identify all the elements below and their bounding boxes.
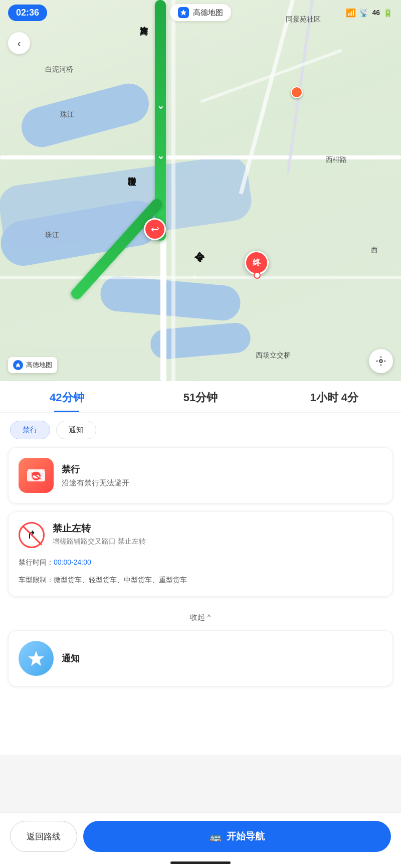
detail-subtitle: 增槎路辅路交叉路口 禁止左转 <box>53 537 146 546</box>
location-button[interactable] <box>369 349 393 373</box>
collapse-button[interactable]: 收起 ^ <box>0 605 401 630</box>
battery-text: 46 <box>372 9 380 17</box>
map-area[interactable]: ⌄ ⌄ ⌄ ↩ 终 白泥河桥 珠江 珠江 同景苑社区 西场立交桥 西棑路 西 许… <box>0 0 401 381</box>
end-marker: 终 <box>245 251 269 275</box>
notification-preview: 通知 <box>8 630 393 686</box>
alert-subtitle: 沿途有禁行无法避开 <box>62 478 129 488</box>
notif-label: 通知 <box>62 652 80 664</box>
bottom-panel: 42分钟 51分钟 1小时 4分 禁行 通知 禁行 沿途有禁行无法避开 <box>0 381 401 755</box>
no-left-turn-icon: ↰ <box>19 522 45 548</box>
alert-card: 禁行 沿途有禁行无法避开 <box>8 447 393 503</box>
svg-point-6 <box>33 477 35 479</box>
map-label-baihe: 白泥河桥 <box>45 65 73 74</box>
action-bar: 返回路线 🚌 开始导航 <box>0 812 401 868</box>
map-label-xi: 西 <box>371 246 378 255</box>
map-logo-bottom: 高德地图 <box>8 357 57 373</box>
start-navigate-button[interactable]: 🚌 开始导航 <box>83 821 391 852</box>
map-label-zhujiang2: 珠江 <box>45 231 59 240</box>
back-button[interactable]: ‹ <box>8 32 30 54</box>
svg-rect-5 <box>28 469 45 472</box>
detail-header: ↰ 禁止左转 增槎路辅路交叉路口 禁止左转 <box>19 522 382 548</box>
battery-icon: 🔋 <box>383 8 393 18</box>
turn-sign: ↩ <box>144 218 166 240</box>
status-time: 02:36 <box>8 5 47 21</box>
detail-card: ↰ 禁止左转 增槎路辅路交叉路口 禁止左转 禁行时间：00:00-24:00 车… <box>8 511 393 597</box>
gaode-logo <box>178 7 189 18</box>
time-tab-0[interactable]: 42分钟 <box>0 381 134 412</box>
end-dot <box>254 272 261 279</box>
route-arrow-2: ⌄ <box>155 150 166 161</box>
svg-marker-1 <box>16 363 21 368</box>
time-tab-1[interactable]: 51分钟 <box>134 381 268 412</box>
svg-point-2 <box>379 360 382 363</box>
road-vertical-2 <box>171 0 175 381</box>
alert-title: 禁行 <box>62 463 129 475</box>
filter-tabs: 禁行 通知 <box>0 413 401 447</box>
vehicle-label: 车型限制：微型货车、轻型货车、中型货车、重型货车 <box>19 576 187 584</box>
signal-icon: 📶 <box>346 8 356 18</box>
navigate-icon: 🚌 <box>210 831 222 842</box>
notif-icon-box <box>19 641 54 676</box>
route-arrow-1: ⌄ <box>155 100 166 111</box>
map-logo-text: 高德地图 <box>26 361 52 370</box>
alert-text: 禁行 沿途有禁行无法避开 <box>62 463 129 488</box>
return-route-button[interactable]: 返回路线 <box>10 821 77 852</box>
time-tab-2[interactable]: 1小时 4分 <box>267 381 401 412</box>
filter-tab-tongzhi[interactable]: 通知 <box>56 421 96 439</box>
time-value: 00:00-24:00 <box>54 558 91 566</box>
time-label: 禁行时间： <box>19 558 54 566</box>
detail-title: 禁止左转 <box>53 522 146 535</box>
svg-marker-0 <box>180 10 186 16</box>
detail-info: 禁止左转 增槎路辅路交叉路口 禁止左转 <box>53 522 146 546</box>
navigate-label: 开始导航 <box>227 830 265 843</box>
home-indicator <box>170 861 231 864</box>
map-label-xipai: 西棑路 <box>326 155 347 164</box>
map-label-xichang: 西场立交桥 <box>256 351 291 360</box>
map-logo-icon <box>13 360 23 370</box>
alert-icon-box <box>19 458 54 493</box>
status-right: 📶 📡 46 🔋 <box>346 8 393 18</box>
filter-tab-jixing[interactable]: 禁行 <box>10 421 50 439</box>
detail-vehicle-row: 车型限制：微型货车、轻型货车、中型货车、重型货车 <box>19 574 382 586</box>
detail-time-row: 禁行时间：00:00-24:00 <box>19 556 382 569</box>
gaode-label: 高德地图 <box>193 8 223 18</box>
map-label-zhujiang1: 珠江 <box>60 110 74 119</box>
time-tabs: 42分钟 51分钟 1小时 4分 <box>0 381 401 413</box>
wifi-icon: 📡 <box>359 8 369 18</box>
poi-dot <box>291 86 303 98</box>
gaode-header: 高德地图 <box>170 4 231 21</box>
